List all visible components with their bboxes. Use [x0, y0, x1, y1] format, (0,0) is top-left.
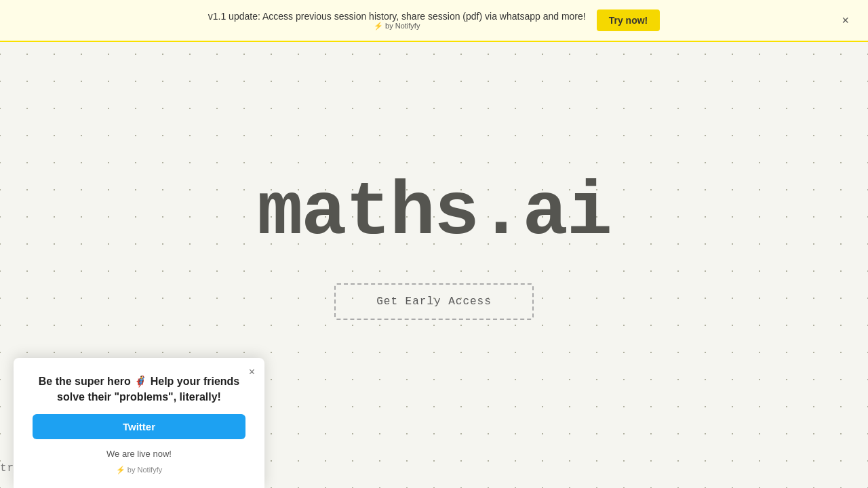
notification-title: Be the super hero 🦸‍♂️ Help your friends… [33, 374, 245, 405]
popup-close-button[interactable]: × [249, 366, 255, 378]
banner-text: v1.1 update: Access previous session his… [208, 11, 586, 22]
notification-popup: × Be the super hero 🦸‍♂️ Help your frien… [14, 358, 264, 488]
announcement-banner: v1.1 update: Access previous session his… [0, 0, 868, 42]
notifyfy-link[interactable]: ⚡ by Notifyfy [33, 466, 245, 474]
banner-notifyfy-link[interactable]: ⚡ by Notifyfy [374, 22, 420, 30]
banner-close-button[interactable]: × [836, 11, 854, 30]
try-now-button[interactable]: Try now! [597, 9, 660, 31]
notification-live-text: We are live now! [33, 449, 245, 459]
banner-content: v1.1 update: Access previous session his… [208, 11, 586, 30]
twitter-button[interactable]: Twitter [33, 414, 245, 439]
site-title: maths.ai [257, 170, 611, 256]
early-access-button[interactable]: Get Early Access [334, 283, 534, 320]
